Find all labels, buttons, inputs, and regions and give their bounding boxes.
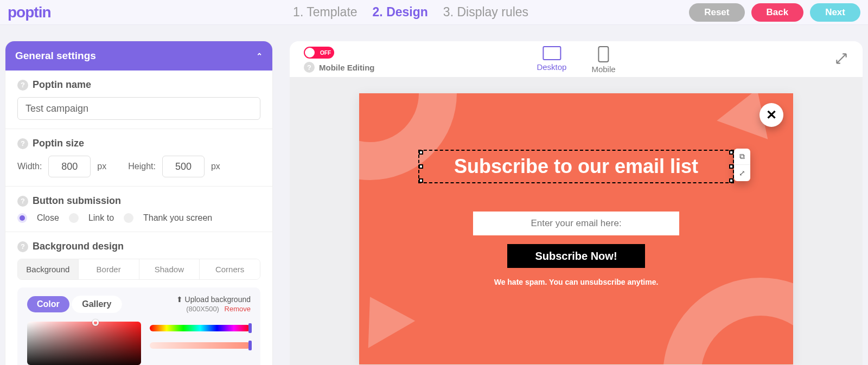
- canvas-area: OFF ? Mobile Editing Desktop Mobile: [290, 41, 863, 365]
- selection-outline: [418, 150, 734, 183]
- panel-title: General settings: [15, 50, 96, 62]
- settings-sidebar: General settings ⌄ ? Poptin name ? Popti…: [5, 41, 272, 365]
- help-icon[interactable]: ?: [17, 138, 28, 149]
- canvas-toolbar: OFF ? Mobile Editing Desktop Mobile: [290, 41, 863, 77]
- help-icon[interactable]: ?: [17, 80, 28, 91]
- header-actions: Reset Back Next: [689, 3, 860, 22]
- remove-bg-link[interactable]: Remove: [225, 305, 251, 313]
- help-icon[interactable]: ?: [17, 241, 28, 252]
- section-name: ? Poptin name: [5, 71, 272, 129]
- resize-handle[interactable]: [729, 178, 733, 183]
- alpha-thumb[interactable]: [248, 341, 252, 350]
- radio-linkto-label: Link to: [88, 213, 114, 223]
- decor-circle: [663, 278, 793, 364]
- background-panel: Color Gallery ⬆ Upload background (800X5…: [17, 287, 260, 365]
- radio-thankyou[interactable]: [124, 213, 133, 223]
- resize-handle[interactable]: [419, 150, 423, 155]
- element-tools: ⧉ ⤢: [734, 149, 750, 181]
- radio-close[interactable]: [17, 213, 27, 223]
- mobile-editing-group: OFF ? Mobile Editing: [304, 47, 375, 73]
- device-mobile[interactable]: Mobile: [591, 46, 615, 74]
- tab-corners[interactable]: Corners: [200, 259, 260, 279]
- brand-logo: poptin: [8, 4, 132, 21]
- tab-shadow[interactable]: Shadow: [139, 259, 200, 279]
- height-unit: px: [211, 162, 220, 171]
- radio-close-label: Close: [37, 213, 59, 223]
- fullscreen-icon[interactable]: [834, 52, 848, 68]
- wizard-steps: 1. Template 2. Design 3. Display rules: [132, 5, 689, 20]
- resize-handle[interactable]: [729, 164, 733, 169]
- device-mobile-label: Mobile: [591, 65, 615, 74]
- duplicate-icon[interactable]: ⧉: [734, 149, 750, 165]
- mobile-icon: [598, 46, 609, 62]
- chevron-down-icon: ⌄: [256, 52, 263, 60]
- resize-handle[interactable]: [729, 150, 733, 155]
- section-submission: ? Button submission Close Link to Thank …: [5, 187, 272, 232]
- tab-border[interactable]: Border: [79, 259, 139, 279]
- stage[interactable]: ✕ Subscribe to our email list ⧉ ⤢: [290, 77, 863, 365]
- color-indicator[interactable]: [92, 319, 99, 326]
- upload-dims: (800X500): [186, 305, 219, 313]
- hue-slider[interactable]: [150, 325, 251, 331]
- device-desktop-label: Desktop: [537, 62, 566, 72]
- pill-gallery[interactable]: Gallery: [72, 296, 122, 313]
- resize-handle[interactable]: [419, 178, 423, 183]
- general-settings-header[interactable]: General settings ⌄: [5, 41, 272, 71]
- step-design[interactable]: 2. Design: [373, 5, 428, 20]
- device-desktop[interactable]: Desktop: [537, 46, 566, 74]
- device-tabs: Desktop Mobile: [537, 46, 615, 74]
- name-label: Poptin name: [33, 79, 91, 91]
- bgdesign-tabs: Background Border Shadow Corners: [17, 259, 260, 280]
- help-icon[interactable]: ?: [304, 62, 315, 73]
- poptin-name-input[interactable]: [17, 97, 260, 120]
- headline-selected-element[interactable]: Subscribe to our email list ⧉ ⤢: [422, 153, 731, 180]
- mobile-editing-toggle[interactable]: OFF: [304, 47, 334, 59]
- section-bgdesign: ? Background design Background Border Sh…: [5, 232, 272, 280]
- desktop-icon: [542, 46, 561, 60]
- step-display-rules[interactable]: 3. Display rules: [443, 5, 528, 20]
- toggle-state: OFF: [320, 50, 331, 56]
- width-unit: px: [97, 162, 106, 171]
- popup-email-input[interactable]: [473, 212, 679, 235]
- pill-color[interactable]: Color: [27, 296, 69, 312]
- popup-preview[interactable]: ✕ Subscribe to our email list ⧉ ⤢: [359, 93, 793, 364]
- bgdesign-label: Background design: [33, 241, 124, 252]
- radio-linkto[interactable]: [69, 213, 79, 223]
- popup-subscribe-button[interactable]: Subscribe Now!: [507, 244, 645, 268]
- help-icon[interactable]: ?: [17, 196, 28, 207]
- submission-label: Button submission: [33, 195, 121, 207]
- size-label: Poptin size: [33, 138, 84, 149]
- decor-triangle: [359, 283, 415, 348]
- step-template[interactable]: 1. Template: [293, 5, 357, 20]
- width-input[interactable]: [48, 156, 91, 177]
- alpha-slider[interactable]: [150, 342, 251, 349]
- upload-icon: ⬆: [176, 295, 183, 304]
- expand-icon[interactable]: ⤢: [734, 165, 750, 181]
- upload-background[interactable]: ⬆ Upload background (800X500) Remove: [176, 295, 251, 313]
- tab-background[interactable]: Background: [18, 259, 79, 279]
- width-label: Width:: [17, 162, 42, 171]
- mobile-editing-label: Mobile Editing: [319, 63, 375, 72]
- reset-button[interactable]: Reset: [689, 3, 744, 22]
- radio-thankyou-label: Thank you screen: [143, 213, 212, 223]
- color-field[interactable]: [27, 322, 141, 365]
- upload-label: Upload background: [185, 295, 251, 304]
- height-input[interactable]: [162, 156, 205, 177]
- app-header: poptin 1. Template 2. Design 3. Display …: [0, 0, 868, 25]
- next-button[interactable]: Next: [810, 3, 860, 22]
- workspace: General settings ⌄ ? Poptin name ? Popti…: [0, 25, 868, 365]
- hue-thumb[interactable]: [248, 323, 252, 333]
- resize-handle[interactable]: [419, 164, 423, 169]
- popup-close-button[interactable]: ✕: [760, 103, 783, 127]
- back-button[interactable]: Back: [751, 3, 804, 22]
- section-size: ? Poptin size Width: px Height: px: [5, 129, 272, 187]
- popup-disclaimer: We hate spam. You can unsubscribe anytim…: [494, 278, 659, 286]
- height-label: Height:: [128, 162, 156, 171]
